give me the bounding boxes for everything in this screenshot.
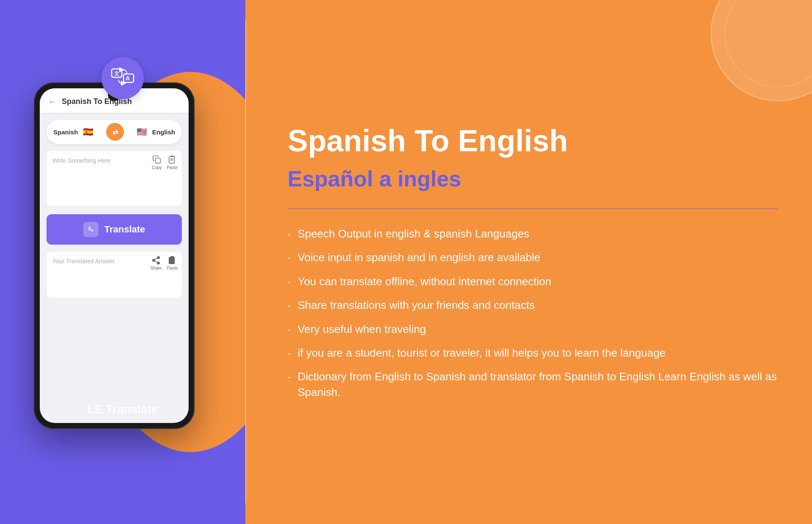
feature-item-1: · Speech Output in english & spanish Lan… [288, 226, 778, 241]
divider [288, 208, 778, 209]
output-actions: Share Paste [151, 256, 178, 270]
copy-button[interactable]: Copy [152, 155, 162, 170]
bullet-7: · [288, 370, 291, 384]
translate-badge-icon: SE [83, 222, 99, 237]
main-title: Spanish To English [288, 124, 778, 158]
svg-line-12 [155, 258, 157, 260]
bullet-2: · [288, 251, 291, 265]
bullet-5: · [288, 322, 291, 337]
feature-text-4: Share translations with your friends and… [298, 297, 535, 313]
svg-text:文: 文 [114, 71, 119, 76]
globe-decoration [710, 0, 812, 101]
separator-line [245, 21, 246, 503]
feature-item-5: · Very useful when traveling [288, 322, 778, 337]
features-list: · Speech Output in english & spanish Lan… [288, 226, 778, 400]
paste-button[interactable]: Paste [167, 155, 178, 170]
translate-button-label: Translate [104, 224, 145, 235]
right-content: Spanish To English Español a ingles · Sp… [288, 124, 778, 400]
copy-label: Copy [152, 165, 162, 170]
feature-text-7: Dictionary from English to Spanish and t… [298, 369, 778, 400]
translation-output-area: Your Translated Answer Share [47, 251, 182, 298]
bullet-1: · [288, 227, 291, 241]
svg-point-8 [157, 257, 160, 259]
bullet-4: · [288, 298, 291, 313]
left-panel: 文 A [0, 0, 245, 524]
feature-text-3: You can translate offline, without inter… [298, 274, 551, 289]
svg-point-9 [153, 259, 155, 262]
language-selector-bar[interactable]: Spanish 🇪🇸 ⇄ 🇺🇸 English [47, 120, 182, 144]
paste-label: Paste [167, 165, 178, 170]
target-language-label: English [152, 128, 175, 136]
target-flag: 🇺🇸 [135, 125, 149, 139]
svg-rect-4 [155, 158, 160, 163]
phone-frame: ← Spanish To English Spanish 🇪🇸 ⇄ [34, 82, 195, 429]
translate-button[interactable]: SE Translate [47, 214, 182, 245]
feature-text-1: Speech Output in english & spanish Langu… [298, 226, 529, 241]
subtitle: Español a ingles [288, 166, 778, 191]
share-label: Share [151, 266, 162, 270]
swap-languages-button[interactable]: ⇄ [106, 123, 124, 141]
app-name-text: LE Translate [88, 403, 158, 416]
app-icon: 文 A [102, 57, 144, 99]
feature-text-6: if you are a student, tourist or travele… [298, 345, 666, 360]
input-placeholder-text: Write Something Here [52, 157, 110, 164]
output-paste-button[interactable]: Paste [167, 256, 178, 270]
back-arrow-icon[interactable]: ← [48, 97, 57, 106]
source-flag: 🇪🇸 [81, 125, 95, 139]
share-button[interactable]: Share [151, 256, 162, 270]
feature-item-3: · You can translate offline, without int… [288, 274, 778, 289]
feature-item-2: · Voice input in spanish and in english … [288, 250, 778, 265]
feature-item-7: · Dictionary from English to Spanish and… [288, 369, 778, 400]
bullet-6: · [288, 346, 291, 360]
feature-item-6: · if you are a student, tourist or trave… [288, 345, 778, 360]
source-language-item: Spanish 🇪🇸 [53, 125, 95, 139]
phone-container: 文 A [34, 82, 211, 442]
svg-text:A: A [126, 75, 130, 82]
swap-icon: ⇄ [112, 128, 118, 136]
source-language-label: Spanish [53, 128, 78, 136]
input-actions: Copy Paste [152, 155, 178, 170]
right-panel: Spanish To English Español a ingles · Sp… [245, 0, 812, 524]
app-name-badge: LE Translate [88, 403, 158, 416]
svg-point-10 [157, 262, 160, 265]
output-paste-label: Paste [167, 266, 178, 270]
phone-screen: ← Spanish To English Spanish 🇪🇸 ⇄ [40, 88, 189, 423]
target-language-item: 🇺🇸 English [135, 125, 175, 139]
feature-text-5: Very useful when traveling [298, 322, 426, 337]
feature-item-4: · Share translations with your friends a… [288, 297, 778, 313]
svg-line-11 [155, 261, 157, 262]
output-placeholder-text: Your Translated Answer [52, 258, 115, 265]
text-input-area[interactable]: Write Something Here Copy [47, 151, 182, 206]
feature-text-2: Voice input in spanish and in english ar… [298, 250, 540, 265]
bullet-3: · [288, 275, 291, 289]
